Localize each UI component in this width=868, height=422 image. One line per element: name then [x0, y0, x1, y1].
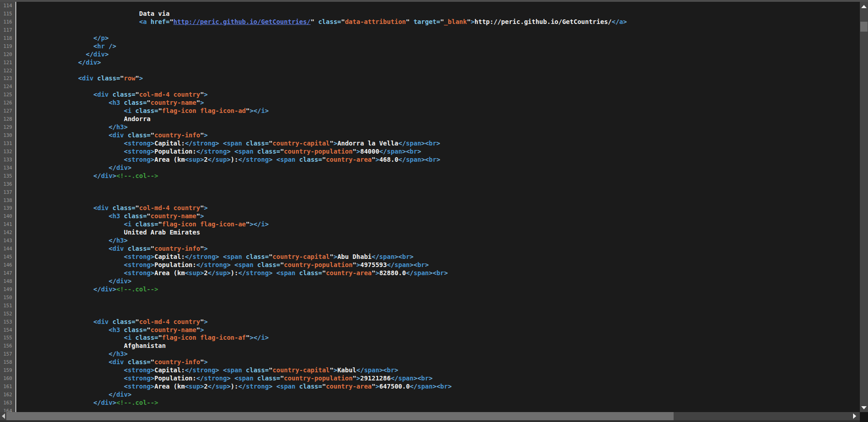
- code-line[interactable]: <strong>Population:</strong> <span class…: [17, 261, 860, 269]
- line-number[interactable]: 150: [0, 294, 15, 302]
- code-line[interactable]: [17, 310, 860, 318]
- line-number[interactable]: 128: [0, 115, 15, 123]
- code-line[interactable]: <strong>Area (km<sup>2</sup>):</strong> …: [17, 269, 860, 277]
- code-line[interactable]: </div><!--.col-->: [17, 172, 860, 180]
- line-number[interactable]: 157: [0, 350, 15, 358]
- line-number[interactable]: 151: [0, 302, 15, 310]
- scroll-down-button[interactable]: [860, 403, 868, 412]
- horizontal-scrollbar-thumb[interactable]: [6, 412, 674, 420]
- line-number[interactable]: 160: [0, 375, 15, 383]
- horizontal-scrollbar[interactable]: [0, 412, 860, 420]
- line-number[interactable]: 152: [0, 310, 15, 318]
- line-number[interactable]: 137: [0, 188, 15, 197]
- code-line[interactable]: <div class="country-info">: [17, 131, 860, 140]
- line-number[interactable]: 161: [0, 383, 15, 391]
- code-line[interactable]: <div class="country-info">: [17, 245, 860, 253]
- line-number[interactable]: 153: [0, 318, 15, 326]
- code-line[interactable]: Afghanistan: [17, 342, 860, 350]
- code-line[interactable]: <strong>Capital:</strong> <span class="c…: [17, 140, 860, 148]
- line-number[interactable]: 154: [0, 326, 15, 334]
- line-number[interactable]: 129: [0, 123, 15, 131]
- line-number[interactable]: 132: [0, 148, 15, 156]
- code-line[interactable]: <h3 class="country-name">: [17, 326, 860, 334]
- code-line[interactable]: [17, 188, 860, 197]
- line-number[interactable]: 145: [0, 253, 15, 261]
- line-number[interactable]: 143: [0, 237, 15, 245]
- line-number[interactable]: 140: [0, 212, 15, 220]
- code-line[interactable]: [17, 302, 860, 310]
- code-line[interactable]: </div>: [17, 277, 860, 286]
- line-number[interactable]: 135: [0, 172, 15, 180]
- code-line[interactable]: <strong>Capital:</strong> <span class="c…: [17, 366, 860, 375]
- code-line[interactable]: <i class="flag-icon flag-icon-af"></i>: [17, 334, 860, 342]
- line-number[interactable]: 158: [0, 358, 15, 366]
- line-number[interactable]: 127: [0, 107, 15, 115]
- line-number-gutter[interactable]: 1141151161171181191201211221231241251261…: [0, 2, 16, 412]
- code-line[interactable]: <div class="col-md-4 country">: [17, 91, 860, 99]
- code-line[interactable]: </div><!--.col-->: [17, 399, 860, 407]
- code-line[interactable]: </h3>: [17, 123, 860, 131]
- code-line[interactable]: United Arab Emirates: [17, 229, 860, 237]
- code-line[interactable]: </h3>: [17, 237, 860, 245]
- code-line[interactable]: [17, 2, 860, 10]
- code-line[interactable]: </p>: [17, 34, 860, 42]
- line-number[interactable]: 147: [0, 269, 15, 277]
- code-line[interactable]: [17, 180, 860, 188]
- code-line[interactable]: <strong>Capital:</strong> <span class="c…: [17, 253, 860, 261]
- code-line[interactable]: Andorra: [17, 115, 860, 123]
- code-line[interactable]: <strong>Population:</strong> <span class…: [17, 375, 860, 383]
- line-number[interactable]: 148: [0, 277, 15, 286]
- line-number[interactable]: 130: [0, 131, 15, 140]
- code-line[interactable]: [17, 83, 860, 91]
- code-line[interactable]: <i class="flag-icon flag-icon-ae"></i>: [17, 220, 860, 229]
- code-line[interactable]: </h3>: [17, 350, 860, 358]
- line-number[interactable]: 156: [0, 342, 15, 350]
- code-line[interactable]: [17, 294, 860, 302]
- code-line[interactable]: <div class="col-md-4 country">: [17, 318, 860, 326]
- line-number[interactable]: 125: [0, 91, 15, 99]
- line-number[interactable]: 118: [0, 34, 15, 42]
- line-number[interactable]: 146: [0, 261, 15, 269]
- line-number[interactable]: 163: [0, 399, 15, 407]
- line-number[interactable]: 139: [0, 204, 15, 212]
- code-line[interactable]: </div>: [17, 164, 860, 172]
- line-number[interactable]: 114: [0, 2, 15, 10]
- line-number[interactable]: 121: [0, 59, 15, 67]
- code-line[interactable]: </div>: [17, 51, 860, 59]
- code-line[interactable]: [17, 407, 860, 412]
- code-line[interactable]: [17, 26, 860, 34]
- code-line[interactable]: <div class="country-info">: [17, 358, 860, 366]
- line-number[interactable]: 138: [0, 197, 15, 205]
- code-line[interactable]: <h3 class="country-name">: [17, 99, 860, 107]
- code-line[interactable]: [17, 67, 860, 75]
- line-number[interactable]: 164: [0, 407, 15, 412]
- code-line[interactable]: <i class="flag-icon flag-icon-ad"></i>: [17, 107, 860, 115]
- line-number[interactable]: 144: [0, 245, 15, 253]
- vertical-scrollbar[interactable]: [860, 2, 868, 412]
- code-line[interactable]: [17, 197, 860, 205]
- code-line[interactable]: </div><!--.col-->: [17, 286, 860, 294]
- line-number[interactable]: 133: [0, 156, 15, 164]
- code-line[interactable]: <div class="col-md-4 country">: [17, 204, 860, 212]
- code-line[interactable]: <a href="http://peric.github.io/GetCount…: [17, 18, 860, 26]
- line-number[interactable]: 123: [0, 75, 15, 83]
- code-line[interactable]: <hr />: [17, 42, 860, 51]
- line-number[interactable]: 159: [0, 366, 15, 375]
- code-area[interactable]: Data via <a href="http://peric.github.io…: [16, 2, 860, 412]
- line-number[interactable]: 124: [0, 83, 15, 91]
- code-line[interactable]: <div class="row">: [17, 75, 860, 83]
- line-number[interactable]: 149: [0, 286, 15, 294]
- code-line[interactable]: <strong>Area (km<sup>2</sup>):</strong> …: [17, 383, 860, 391]
- line-number[interactable]: 134: [0, 164, 15, 172]
- line-number[interactable]: 122: [0, 67, 15, 75]
- line-number[interactable]: 120: [0, 51, 15, 59]
- line-number[interactable]: 131: [0, 140, 15, 148]
- line-number[interactable]: 162: [0, 391, 15, 399]
- line-number[interactable]: 126: [0, 99, 15, 107]
- line-number[interactable]: 119: [0, 42, 15, 51]
- line-number[interactable]: 136: [0, 180, 15, 188]
- code-line[interactable]: <strong>Area (km<sup>2</sup>):</strong> …: [17, 156, 860, 164]
- code-line[interactable]: <strong>Population:</strong> <span class…: [17, 148, 860, 156]
- code-line[interactable]: <h3 class="country-name">: [17, 212, 860, 220]
- scroll-up-button[interactable]: [860, 2, 868, 11]
